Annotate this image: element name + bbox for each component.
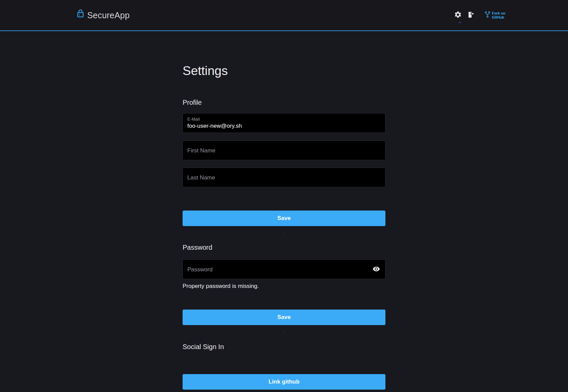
social-sign-in-heading: Social Sign In — [183, 343, 385, 351]
email-input[interactable] — [187, 122, 381, 130]
settings-button[interactable] — [454, 11, 462, 20]
top-navbar: SecureApp — [0, 0, 568, 31]
password-form-message: . — [183, 329, 385, 333]
email-field-label: E-Mail — [187, 116, 381, 122]
logout-icon — [467, 11, 475, 20]
brand-title: SecureApp — [87, 10, 130, 20]
navbar-actions: Fork on GitHub — [454, 11, 505, 20]
git-fork-icon — [484, 11, 491, 20]
first-name-field-container — [183, 141, 385, 160]
fork-on-github-link[interactable]: Fork on GitHub — [484, 11, 505, 20]
email-field-container: E-Mail — [183, 113, 385, 133]
last-name-field-container — [183, 168, 385, 187]
logout-button[interactable] — [467, 11, 475, 20]
profile-heading: Profile — [183, 98, 385, 106]
last-name-input[interactable] — [187, 174, 381, 181]
password-save-button[interactable]: Save — [183, 310, 385, 325]
lock-icon — [76, 9, 85, 19]
eye-icon — [373, 265, 380, 274]
profile-form-message: . — [183, 230, 385, 234]
gear-underscore-mark — [458, 22, 461, 23]
first-name-input[interactable] — [187, 147, 381, 154]
page-title: Settings — [183, 64, 385, 78]
toggle-password-visibility-button[interactable] — [372, 265, 381, 274]
brand[interactable]: SecureApp — [76, 10, 130, 20]
gear-icon — [454, 11, 462, 20]
password-error-message: Property password is missing. — [183, 283, 385, 290]
password-heading: Password — [183, 243, 385, 251]
profile-save-button[interactable]: Save — [183, 211, 385, 226]
password-input[interactable] — [187, 266, 372, 273]
fork-link-text: Fork on GitHub — [492, 11, 505, 19]
settings-page: Settings Profile E-Mail Save . Password … — [183, 64, 385, 390]
link-github-button[interactable]: Link github — [183, 374, 385, 390]
password-field-container — [183, 260, 385, 279]
